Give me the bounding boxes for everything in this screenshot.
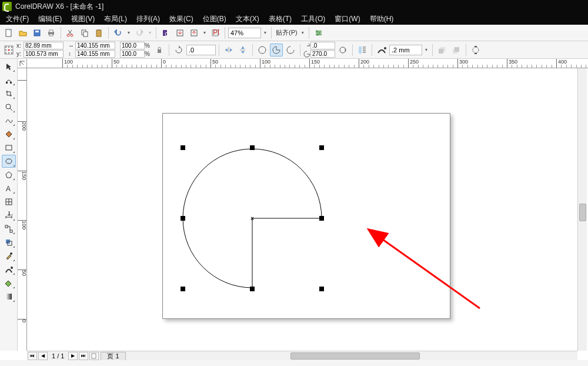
ruler-horizontal[interactable]: 10050050100150200250300350400 — [18, 59, 588, 68]
menu-tools[interactable]: 工具(O) — [296, 13, 330, 25]
selection-handle-nw[interactable] — [181, 145, 185, 150]
end-angle-input[interactable]: 270.0 — [310, 50, 335, 58]
menu-window[interactable]: 窗口(W) — [330, 13, 365, 25]
freehand-tool[interactable] — [2, 114, 16, 127]
hscroll-thumb[interactable] — [290, 352, 420, 360]
selection-handle-w[interactable] — [181, 216, 185, 221]
smart-fill-tool[interactable] — [2, 128, 16, 141]
outline-pen-tool[interactable] — [2, 263, 16, 276]
scale-x-input[interactable]: 100.0 — [120, 42, 145, 49]
copy-button[interactable] — [78, 26, 91, 39]
page-prev-button[interactable]: ◀ — [38, 352, 48, 360]
canvas[interactable]: × — [27, 68, 577, 351]
selection-handle-s[interactable] — [250, 287, 255, 291]
ruler-vertical[interactable]: 200150100500 — [18, 68, 27, 351]
undo-dropdown[interactable]: ▼ — [126, 26, 132, 39]
object-origin-button[interactable] — [2, 44, 15, 56]
selection-center-icon[interactable]: × — [249, 215, 255, 221]
undo-button[interactable] — [112, 26, 125, 39]
pick-tool[interactable] — [2, 60, 16, 73]
vscroll-thumb[interactable] — [579, 204, 586, 221]
search-content-button[interactable] — [159, 26, 172, 39]
ellipse-mode-button[interactable] — [256, 44, 269, 56]
rectangle-tool[interactable] — [2, 141, 16, 154]
selection-handle-e[interactable] — [319, 216, 324, 221]
menu-effects[interactable]: 效果(C) — [165, 13, 198, 25]
outline-width-icon — [375, 44, 388, 56]
menu-edit[interactable]: 编辑(E) — [34, 13, 66, 25]
outline-width-input[interactable] — [389, 45, 422, 55]
mirror-h-button[interactable] — [222, 44, 235, 56]
shape-tool[interactable] — [2, 74, 16, 86]
snap-dropdown[interactable]: ▼ — [300, 26, 306, 39]
polygon-tool[interactable] — [2, 168, 16, 181]
selection-handle-se[interactable] — [319, 287, 324, 291]
to-front-button[interactable] — [436, 44, 449, 56]
menu-bitmap[interactable]: 位图(B) — [198, 13, 231, 25]
width-input[interactable]: 140.155 mm — [75, 42, 115, 49]
height-input[interactable]: 140.155 mm — [75, 50, 115, 58]
selection-handle-sw[interactable] — [181, 287, 185, 291]
swap-direction-button[interactable] — [336, 44, 349, 56]
y-position-input[interactable]: 100.573 mm — [24, 50, 64, 58]
page-last-button[interactable]: ⏭ — [79, 352, 88, 360]
lock-ratio-button[interactable] — [153, 44, 166, 56]
interactive-effects-tool[interactable] — [2, 236, 16, 249]
page-next-button[interactable]: ▶ — [68, 352, 78, 360]
pie-shape[interactable] — [177, 148, 330, 298]
export-button[interactable] — [188, 26, 201, 39]
zoom-input[interactable] — [228, 28, 261, 38]
dimension-tool[interactable]: 1.0 — [2, 209, 16, 222]
new-button[interactable] — [2, 26, 15, 39]
import-button[interactable] — [173, 26, 186, 39]
menu-arrange[interactable]: 排列(A) — [132, 13, 165, 25]
standard-toolbar: ▼ ▼ ▼ PDF ▼ 贴齐(P) ▼ — [0, 25, 588, 41]
rotation-input[interactable] — [186, 45, 216, 55]
redo-button[interactable] — [133, 26, 146, 39]
paste-button[interactable] — [92, 26, 105, 39]
x-position-input[interactable]: 82.89 mm — [24, 42, 64, 49]
options-button[interactable] — [312, 26, 325, 39]
text-tool[interactable]: A — [2, 182, 16, 195]
mirror-v-button[interactable] — [236, 44, 249, 56]
interactive-fill-tool[interactable] — [2, 290, 16, 303]
connector-tool[interactable] — [2, 222, 16, 235]
page-first-button[interactable]: ⏮ — [28, 352, 37, 360]
crop-tool[interactable] — [2, 87, 16, 100]
svg-point-29 — [8, 52, 9, 54]
save-button[interactable] — [31, 26, 44, 39]
zoom-tool[interactable] — [2, 101, 16, 114]
wrap-text-button[interactable] — [356, 44, 369, 56]
menu-layout[interactable]: 布局(L) — [99, 13, 132, 25]
vertical-scrollbar[interactable] — [577, 68, 587, 351]
scale-y-input[interactable]: 100.0 — [120, 50, 145, 58]
eyedropper-tool[interactable] — [2, 249, 16, 262]
menu-view[interactable]: 视图(V) — [66, 13, 99, 25]
convert-curves-button[interactable] — [469, 44, 482, 56]
start-angle-input[interactable]: .0 — [310, 42, 335, 49]
cut-button[interactable] — [64, 26, 77, 39]
table-tool[interactable] — [2, 195, 16, 208]
outline-dropdown[interactable]: ▼ — [423, 44, 429, 56]
print-button[interactable] — [45, 26, 58, 39]
menu-text[interactable]: 文本(X) — [231, 13, 264, 25]
fill-tool[interactable] — [2, 277, 16, 290]
snap-label[interactable]: 贴齐(P) — [275, 28, 299, 37]
to-back-button[interactable] — [450, 44, 463, 56]
pie-mode-button[interactable] — [270, 44, 283, 56]
redo-dropdown[interactable]: ▼ — [147, 26, 153, 39]
selection-handle-n[interactable] — [250, 145, 255, 150]
menu-table[interactable]: 表格(T) — [264, 13, 296, 25]
page-add-button[interactable] — [89, 352, 99, 360]
page-tab-1[interactable]: 页 1 — [101, 352, 125, 360]
menu-file[interactable]: 文件(F) — [1, 13, 34, 25]
zoom-dropdown[interactable]: ▼ — [262, 26, 268, 39]
open-button[interactable] — [16, 26, 29, 39]
ruler-origin-icon[interactable] — [18, 59, 27, 68]
selection-handle-ne[interactable] — [319, 145, 324, 150]
menu-help[interactable]: 帮助(H) — [365, 13, 399, 25]
export-dropdown[interactable]: ▼ — [202, 26, 208, 39]
arc-mode-button[interactable] — [284, 44, 297, 56]
ellipse-tool[interactable] — [2, 155, 16, 168]
publish-pdf-button[interactable]: PDF — [209, 26, 222, 39]
